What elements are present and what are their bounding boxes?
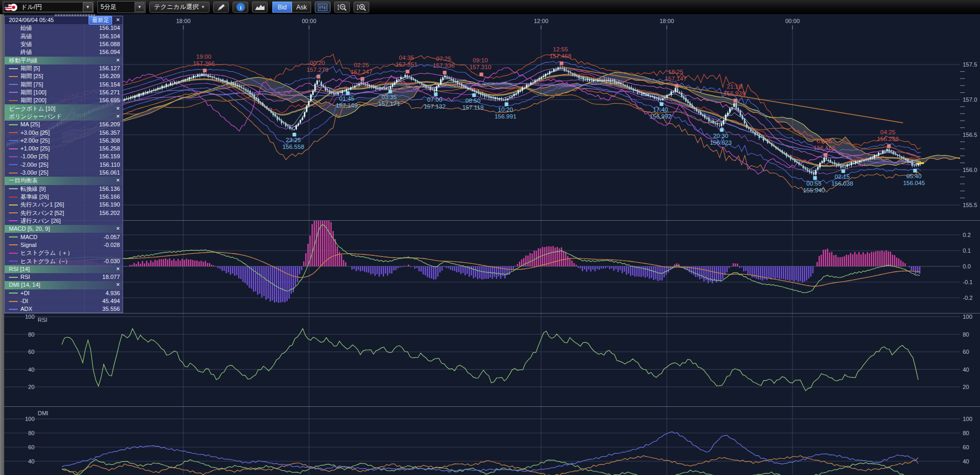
line-swatch: [9, 244, 18, 245]
timeframe-chevron-down-icon[interactable]: ▼: [135, 2, 145, 12]
svg-text:20:30: 20:30: [713, 133, 729, 139]
row-label: ADX: [20, 305, 102, 313]
zoom-in-button[interactable]: [354, 2, 369, 13]
svg-text:00:00: 00:00: [785, 18, 800, 24]
indicator-row: MA [25]156.209: [5, 121, 123, 128]
ask-toggle[interactable]: Ask: [292, 2, 311, 13]
indicator-row: ADX35.556: [5, 305, 123, 313]
line-swatch: [9, 204, 18, 206]
ohlc-row: 高値156.104: [5, 33, 123, 40]
svg-text:157.0: 157.0: [963, 96, 977, 103]
close-icon[interactable]: ✕: [116, 177, 120, 185]
close-icon[interactable]: ✕: [116, 281, 120, 289]
line-swatch: [9, 172, 18, 174]
svg-text:155.5: 155.5: [963, 202, 977, 208]
zoom-out-button[interactable]: [334, 2, 350, 13]
draw-tool-button[interactable]: [213, 2, 229, 13]
row-label: 転換線 [9]: [20, 185, 99, 193]
line-swatch: [9, 124, 18, 125]
svg-text:156.045: 156.045: [903, 180, 925, 186]
row-value: 156.159: [99, 153, 120, 160]
row-label: RSI: [20, 273, 102, 281]
line-swatch: [9, 309, 18, 310]
svg-text:09:10: 09:10: [473, 57, 488, 63]
svg-text:12:00: 12:00: [534, 18, 548, 24]
left-scrollbar[interactable]: [0, 14, 4, 475]
svg-text:157.468: 157.468: [549, 53, 571, 59]
svg-text:05:40: 05:40: [907, 173, 922, 179]
row-label: -DI: [20, 297, 102, 305]
svg-text:157.147: 157.147: [665, 75, 687, 82]
svg-text:i: i: [240, 4, 241, 10]
svg-text:20: 20: [963, 384, 969, 390]
timeframe-selector[interactable]: 5分足 ▼: [97, 1, 146, 13]
svg-text:157.351: 157.351: [395, 61, 417, 68]
indicator-section-header: ボリンジャーバンド✕: [5, 113, 123, 121]
svg-text:-0.1: -0.1: [963, 279, 973, 285]
svg-text:02:25: 02:25: [354, 62, 369, 68]
row-value: 156.258: [99, 145, 120, 153]
close-icon[interactable]: ✕: [116, 113, 120, 121]
row-value: 156.088: [99, 40, 120, 48]
line-swatch: [9, 188, 18, 189]
svg-text:01:45: 01:45: [339, 95, 355, 102]
svg-text:40: 40: [963, 458, 969, 465]
panel-drag-handle[interactable]: [55, 14, 95, 16]
indicator-section-header: 移動平均線✕: [5, 57, 123, 64]
svg-text:18:00: 18:00: [176, 18, 191, 24]
svg-text:07:00: 07:00: [427, 96, 443, 103]
indicator-row: 基準線 [26]156.166: [5, 193, 123, 201]
close-icon[interactable]: ✕: [116, 57, 120, 64]
row-label: ヒストグラム（−）: [20, 257, 104, 265]
pair-selector[interactable]: ドル/円 ▼: [3, 1, 94, 13]
line-swatch: [9, 212, 18, 213]
bid-toggle[interactable]: Bid: [272, 2, 292, 13]
svg-text:156.5: 156.5: [963, 132, 977, 138]
area-chart-button[interactable]: [252, 2, 268, 13]
svg-text:04:35: 04:35: [399, 55, 414, 61]
ohlc-row: 安値156.088: [5, 40, 123, 48]
svg-text:155.940: 155.940: [803, 187, 825, 193]
indicator-info-panel[interactable]: 2024/06/04 05:45 最新足 ✕ 始値156.104高値156.10…: [4, 16, 123, 313]
svg-text:0.1: 0.1: [963, 247, 971, 254]
svg-text:18:00: 18:00: [659, 18, 674, 24]
indicator-section-header: DMI [14, 14]✕: [5, 281, 123, 289]
svg-text:156.558: 156.558: [282, 144, 304, 150]
svg-text:157.366: 157.366: [193, 60, 215, 67]
close-icon[interactable]: ✕: [116, 16, 120, 24]
line-swatch: [9, 68, 18, 69]
pair-chevron-down-icon[interactable]: ▼: [83, 2, 93, 12]
section-label: 一目均衡表: [9, 177, 112, 185]
row-value: 156.104: [99, 33, 120, 40]
svg-text:07:25: 07:25: [436, 56, 452, 62]
us-flag-icon: [5, 4, 12, 11]
info-icon: i: [236, 3, 245, 12]
row-value: 156.154: [99, 81, 120, 89]
svg-text:40: 40: [28, 366, 35, 373]
close-icon[interactable]: ✕: [116, 225, 120, 233]
candle-chart-button[interactable]: [315, 2, 331, 13]
indicator-row: 先行スパン1 [26]156.190: [5, 201, 123, 209]
svg-text:-0.2: -0.2: [963, 295, 973, 301]
indicator-row: ヒストグラム（−）-0.030: [5, 257, 123, 265]
svg-text:00:55: 00:55: [807, 180, 822, 187]
row-label: +1.00σ [25]: [20, 145, 99, 153]
indicator-row: +1.00σ [25]156.258: [5, 145, 123, 153]
latest-candle-badge: 最新足: [89, 16, 112, 25]
row-label: 期間 [25]: [20, 72, 99, 80]
row-value: 156.209: [99, 121, 120, 128]
row-label: Signal: [20, 241, 104, 249]
zoom-in-icon: [356, 3, 367, 12]
info-button[interactable]: i: [233, 2, 248, 13]
line-swatch: [9, 132, 18, 133]
indicator-row: -DI45.494: [5, 297, 123, 305]
close-icon[interactable]: ✕: [116, 105, 120, 113]
row-value: 45.494: [102, 297, 120, 305]
line-swatch: [9, 277, 18, 278]
close-icon[interactable]: ✕: [116, 265, 120, 273]
price-chart-canvas[interactable]: 157.5157.0156.5156.0155.518:0000:0012:00…: [0, 0, 980, 475]
line-swatch: [9, 140, 18, 141]
row-label: 先行スパン2 [52]: [20, 209, 99, 217]
row-label: MA [25]: [20, 121, 99, 128]
technical-select-button[interactable]: テクニカル選択 ▼: [149, 2, 210, 13]
